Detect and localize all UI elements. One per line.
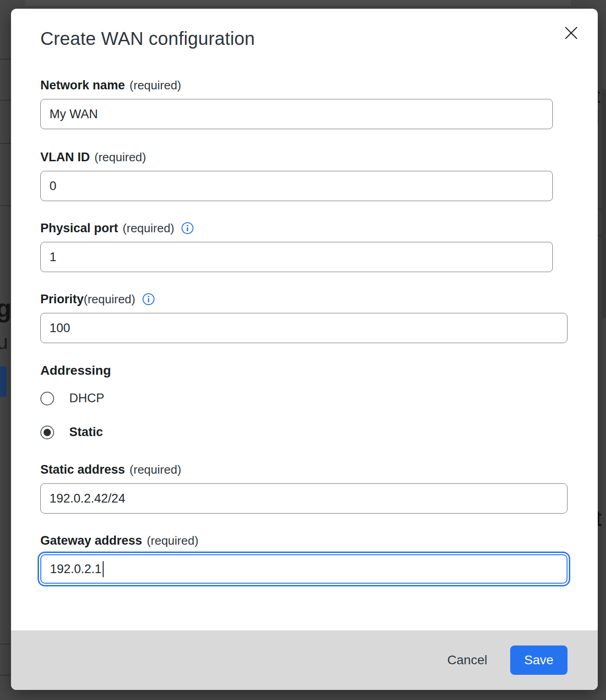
required-hint: (required) bbox=[94, 150, 146, 164]
network-name-field: Network name (required) bbox=[40, 78, 568, 129]
priority-label: Priority bbox=[40, 292, 84, 306]
gateway-address-input[interactable] bbox=[40, 554, 567, 584]
radio-unselected-icon bbox=[40, 392, 54, 405]
vlan-id-label: VLAN ID bbox=[40, 150, 90, 164]
vlan-id-input[interactable] bbox=[40, 171, 553, 201]
background-row-divider bbox=[0, 205, 11, 206]
save-button[interactable]: Save bbox=[510, 645, 567, 675]
close-icon bbox=[564, 26, 578, 41]
background-top-band bbox=[25, 0, 571, 6]
background-button-fragment bbox=[0, 366, 6, 397]
gateway-address-field: Gateway address (required) bbox=[40, 533, 568, 584]
dialog-footer: Cancel Save bbox=[11, 630, 598, 690]
addressing-option-dhcp[interactable]: DHCP bbox=[40, 391, 568, 405]
background-row-divider bbox=[0, 644, 11, 645]
static-address-label: Static address bbox=[40, 462, 125, 477]
required-hint: (required) bbox=[130, 462, 182, 477]
dialog-body: Create WAN configuration Network name (r… bbox=[11, 9, 598, 630]
gateway-address-focus-ring bbox=[40, 554, 567, 584]
close-button[interactable] bbox=[560, 22, 582, 44]
network-name-label: Network name bbox=[40, 78, 125, 93]
dialog-title: Create WAN configuration bbox=[40, 27, 568, 49]
required-hint: (required) bbox=[130, 78, 182, 93]
network-name-input[interactable] bbox=[40, 99, 553, 129]
priority-info-icon[interactable] bbox=[142, 293, 155, 306]
background-text-fragment: g bbox=[0, 293, 11, 323]
physical-port-field: Physical port (required) bbox=[40, 221, 568, 272]
addressing-option-static[interactable]: Static bbox=[40, 425, 568, 439]
background-text-fragment: u bbox=[0, 331, 8, 354]
cancel-button[interactable]: Cancel bbox=[436, 646, 498, 674]
background-row-divider bbox=[0, 143, 11, 144]
dhcp-radio-label: DHCP bbox=[69, 391, 105, 405]
physical-port-input[interactable] bbox=[40, 242, 553, 272]
background-row-divider bbox=[0, 100, 11, 101]
gateway-address-label: Gateway address bbox=[40, 533, 142, 548]
required-hint: (required) bbox=[123, 221, 175, 235]
priority-field: Priority (required) bbox=[40, 292, 568, 343]
radio-selected-icon bbox=[40, 426, 54, 439]
physical-port-label: Physical port bbox=[40, 221, 118, 235]
text-caret bbox=[103, 561, 104, 577]
required-hint: (required) bbox=[84, 292, 136, 306]
addressing-heading: Addressing bbox=[40, 363, 568, 378]
static-radio-label: Static bbox=[69, 425, 103, 439]
static-address-field: Static address (required) bbox=[40, 462, 568, 514]
static-address-input[interactable] bbox=[40, 483, 567, 514]
background-row-divider bbox=[0, 59, 11, 60]
create-wan-configuration-dialog: Create WAN configuration Network name (r… bbox=[11, 9, 598, 690]
vlan-id-field: VLAN ID (required) bbox=[40, 150, 568, 201]
background-row-divider bbox=[0, 675, 11, 676]
priority-input[interactable] bbox=[40, 313, 567, 343]
physical-port-info-icon[interactable] bbox=[181, 222, 194, 235]
required-hint: (required) bbox=[147, 533, 198, 548]
